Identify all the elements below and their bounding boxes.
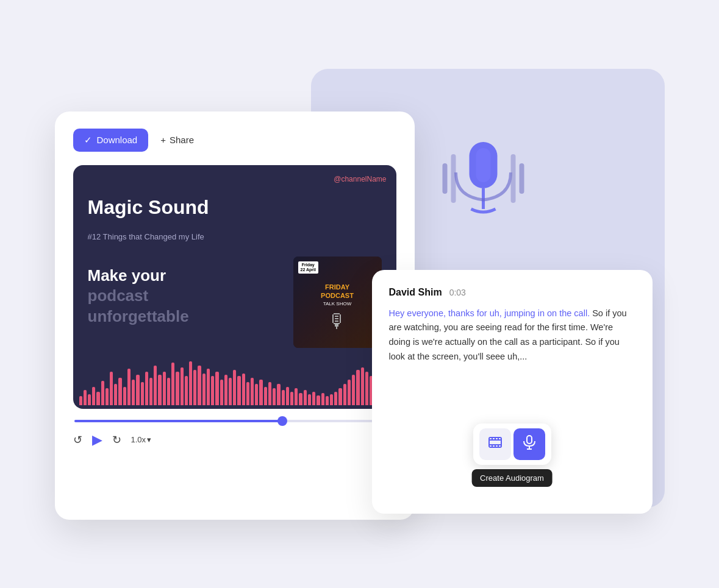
- wave-bar: [189, 361, 192, 405]
- tagline-line2: podcast: [88, 286, 189, 306]
- player-card: ✓ Download + Share @channelName Magic So…: [55, 112, 415, 520]
- film-icon: [488, 435, 503, 453]
- wave-bar: [215, 372, 218, 405]
- check-icon: ✓: [84, 135, 92, 146]
- wave-bar: [171, 363, 174, 405]
- svg-rect-0: [442, 163, 447, 194]
- wave-bar: [365, 372, 368, 405]
- playback-controls: ↺ ▶ ↻ 1.0x ▾ 🔊 ▾: [73, 432, 396, 448]
- download-button[interactable]: ✓ Download: [73, 129, 149, 152]
- wave-bar: [334, 392, 337, 405]
- wave-bar: [118, 378, 121, 405]
- wave-bar: [127, 369, 131, 405]
- play-button[interactable]: ▶: [92, 432, 102, 448]
- tagline-line3: unforgettable: [88, 306, 189, 327]
- wave-bar: [114, 384, 117, 405]
- wave-bar: [198, 366, 201, 405]
- wave-bar: [110, 372, 113, 405]
- toolbar: ✓ Download + Share: [73, 129, 396, 152]
- wave-bar: [348, 380, 351, 405]
- waveform: [73, 360, 396, 409]
- mic-icon: [523, 435, 536, 453]
- wave-bar: [145, 372, 148, 405]
- wave-bar: [233, 370, 236, 405]
- thumb-title: FRIDAYPODCAST: [321, 283, 354, 299]
- wave-bar: [149, 378, 152, 405]
- wave-bar: [123, 387, 126, 405]
- author-name: David Shim: [389, 287, 442, 298]
- large-mic-icon: [437, 130, 529, 227]
- share-label: Share: [170, 135, 194, 145]
- svg-rect-15: [527, 436, 532, 444]
- transcript-text: Hey everyone, thanks for uh, jumping in …: [389, 306, 635, 365]
- wave-bar: [304, 390, 307, 405]
- wave-bar: [299, 393, 302, 405]
- wave-bar: [282, 390, 285, 405]
- audiogram-popup: Create Audiogram: [473, 423, 551, 465]
- audiogram-tooltip: Create Audiogram: [471, 469, 553, 487]
- wave-bar: [312, 392, 315, 405]
- wave-bar: [277, 384, 280, 405]
- wave-bar: [330, 394, 333, 405]
- wave-bar: [356, 370, 359, 405]
- wave-bar: [167, 378, 170, 405]
- wave-bar: [220, 380, 223, 405]
- wave-bar: [259, 380, 262, 405]
- progress-fill: [74, 420, 283, 422]
- wave-bar: [246, 382, 249, 405]
- podcast-tagline: Make your podcast unforgettable: [88, 266, 189, 327]
- wave-bar: [207, 369, 210, 405]
- wave-bar: [193, 370, 196, 405]
- wave-bar: [251, 378, 254, 405]
- wave-bar: [286, 387, 289, 405]
- wave-bar: [181, 367, 184, 405]
- rewind-button[interactable]: ↺: [73, 433, 82, 447]
- wave-bar: [255, 384, 258, 405]
- transcript-header: David Shim 0:03: [389, 287, 635, 298]
- forward-button[interactable]: ↻: [112, 433, 121, 447]
- controls-left: ↺ ▶ ↻ 1.0x ▾: [73, 432, 152, 448]
- wave-bar: [84, 390, 87, 405]
- svg-rect-3: [476, 148, 490, 182]
- thumb-date: Friday 22 April: [298, 261, 318, 274]
- speed-button[interactable]: 1.0x ▾: [131, 435, 152, 444]
- transcript-highlight: Hey everyone, thanks for uh, jumping in …: [389, 308, 590, 318]
- wave-bar: [273, 388, 276, 405]
- wave-bar: [308, 394, 311, 405]
- podcast-subtitle: #12 Things that Changed my Life: [88, 232, 204, 241]
- wave-bar: [101, 381, 104, 405]
- wave-bar: [106, 388, 109, 405]
- podcast-art: @channelName Magic Sound #12 Things that…: [73, 165, 396, 409]
- wave-bar: [88, 394, 91, 405]
- wave-bar: [242, 374, 245, 405]
- speed-label: 1.0x: [131, 435, 146, 444]
- share-button[interactable]: + Share: [160, 135, 194, 145]
- progress-thumb[interactable]: [277, 416, 287, 426]
- wave-bar: [268, 382, 271, 405]
- wave-bar: [79, 396, 82, 405]
- wave-bar: [211, 376, 214, 405]
- wave-bar: [237, 376, 240, 405]
- audiogram-btn-group: [473, 423, 551, 465]
- wave-bar: [224, 375, 227, 405]
- speed-chevron-icon: ▾: [147, 435, 151, 444]
- channel-tag: @channelName: [334, 175, 386, 183]
- film-audiogram-button[interactable]: [479, 428, 511, 460]
- wave-bar: [92, 387, 95, 405]
- mic-audiogram-button[interactable]: [513, 428, 545, 460]
- wave-bar: [321, 393, 324, 405]
- wave-bar: [352, 375, 355, 405]
- wave-bar: [185, 376, 188, 405]
- wave-bar: [361, 367, 364, 405]
- wave-bar: [154, 366, 157, 405]
- download-label: Download: [97, 135, 138, 145]
- progress-bar-container[interactable]: [73, 420, 396, 422]
- wave-bar: [136, 375, 139, 405]
- wave-bar: [295, 388, 298, 405]
- progress-track[interactable]: [74, 420, 395, 422]
- thumb-subtitle: TALK SHOW: [323, 301, 352, 306]
- episode-thumbnail: Friday 22 April FRIDAYPODCAST TALK SHOW …: [293, 257, 382, 348]
- wave-bar: [141, 382, 144, 405]
- wave-bar: [202, 374, 206, 405]
- wave-bar: [176, 372, 179, 405]
